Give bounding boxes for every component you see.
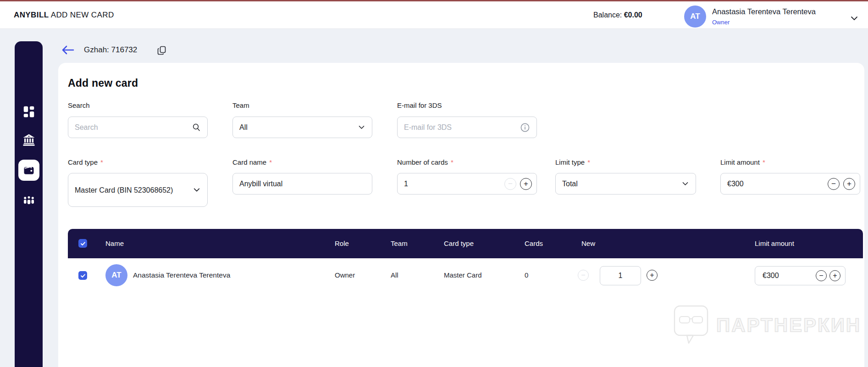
number-of-cards-field[interactable]: − +: [397, 173, 537, 195]
card-type-select[interactable]: Master Card (BIN 523068652): [68, 173, 208, 207]
watermark-logo-icon: [673, 305, 709, 346]
info-icon[interactable]: [520, 122, 530, 133]
sidebar-item-dashboard[interactable]: [15, 104, 43, 119]
back-button[interactable]: [60, 44, 75, 57]
plus-icon: +: [650, 272, 654, 279]
increase-cards-button[interactable]: +: [520, 178, 532, 190]
row-role: Owner: [335, 271, 355, 279]
team-select-value: All: [239, 123, 358, 132]
watermark-text: ПАРТНЕРКИН: [716, 314, 861, 336]
check-icon: [80, 273, 86, 278]
select-all-checkbox[interactable]: [78, 239, 87, 248]
row-limit-amount-field[interactable]: €300 − +: [755, 266, 846, 285]
row-increase-limit-button[interactable]: +: [829, 270, 840, 281]
row-new-input[interactable]: [600, 266, 641, 285]
decrease-limit-button[interactable]: −: [828, 178, 840, 190]
dashboard-icon: [22, 105, 36, 118]
search-label: Search: [68, 101, 90, 109]
brand: ANYBILL ADD NEW CARD: [14, 11, 114, 20]
limit-amount-field[interactable]: − +: [720, 173, 860, 195]
top-bar: ANYBILL ADD NEW CARD Balance: €0.00 AT A…: [0, 1, 868, 29]
user-name: Anastasia Terenteva Terenteva: [712, 7, 816, 16]
row-card-type: Master Card: [444, 271, 482, 279]
row-name: Anastasia Terenteva Terenteva: [133, 271, 230, 279]
balance-value: €0.00: [624, 11, 642, 19]
avatar-initials: AT: [690, 12, 700, 21]
check-icon: [80, 241, 86, 246]
limit-type-select[interactable]: Total: [555, 173, 696, 195]
brand-name: ANYBILL: [14, 11, 49, 19]
sidebar: [15, 41, 43, 367]
column-header-new: New: [581, 239, 595, 247]
column-header-cards: Cards: [525, 239, 543, 247]
card-name-label: Card name*: [232, 158, 272, 166]
chevron-down-icon: [358, 123, 365, 131]
team-icon: [22, 194, 36, 207]
email-3ds-field[interactable]: [397, 117, 537, 138]
user-role: Owner: [712, 19, 730, 26]
breadcrumb: Gzhah: 716732: [84, 45, 137, 55]
column-header-name: Name: [105, 239, 124, 247]
chevron-down-icon: [849, 13, 859, 23]
card-name-input[interactable]: [239, 180, 365, 188]
search-field[interactable]: [68, 117, 208, 138]
wallet-icon: [22, 164, 35, 177]
minus-icon: −: [508, 180, 513, 188]
table-header: Name Role Team Card type Cards New Limit…: [68, 229, 863, 258]
decrease-cards-button[interactable]: −: [504, 178, 516, 190]
brand-page: ADD NEW CARD: [49, 11, 114, 19]
limit-type-label: Limit type*: [555, 158, 590, 166]
email-3ds-input[interactable]: [404, 123, 520, 132]
limit-type-select-value: Total: [562, 180, 681, 188]
balance: Balance: €0.00: [593, 11, 642, 19]
sidebar-item-bank[interactable]: [15, 132, 43, 148]
plus-icon: +: [847, 180, 851, 188]
minus-icon: −: [831, 180, 836, 188]
plus-icon: +: [833, 272, 837, 279]
team-select[interactable]: All: [232, 117, 372, 138]
column-header-card-type: Card type: [444, 239, 474, 247]
copy-button[interactable]: [156, 45, 167, 58]
user-menu-button[interactable]: [849, 13, 859, 25]
row-avatar: AT: [105, 264, 127, 286]
plus-icon: +: [524, 180, 528, 188]
row-avatar-initials: AT: [111, 271, 121, 280]
column-header-limit-amount: Limit amount: [755, 239, 794, 247]
row-checkbox[interactable]: [78, 271, 87, 280]
row-cards: 0: [525, 271, 528, 279]
copy-icon: [156, 45, 167, 56]
team-label: Team: [232, 101, 249, 109]
column-header-team: Team: [391, 239, 408, 247]
minus-icon: −: [819, 272, 823, 279]
row-decrease-new-button[interactable]: −: [578, 270, 589, 281]
row-team: All: [391, 271, 398, 279]
page-title: Add new card: [68, 77, 138, 89]
minus-icon: −: [581, 272, 585, 279]
number-of-cards-input[interactable]: [404, 180, 504, 188]
balance-label: Balance:: [593, 11, 624, 19]
increase-limit-button[interactable]: +: [843, 178, 855, 190]
search-input[interactable]: [75, 123, 192, 132]
row-decrease-limit-button[interactable]: −: [816, 270, 827, 281]
card-name-field[interactable]: [232, 173, 372, 195]
app-screen: ANYBILL ADD NEW CARD Balance: €0.00 AT A…: [0, 0, 868, 367]
row-limit-amount-value: €300: [763, 272, 816, 280]
arrow-left-icon: [60, 44, 75, 56]
watermark: ПАРТНЕРКИН: [673, 305, 861, 346]
row-increase-new-button[interactable]: +: [647, 270, 658, 281]
search-icon: [192, 123, 201, 132]
card-type-select-value: Master Card (BIN 523068652): [75, 185, 193, 195]
limit-amount-label: Limit amount*: [720, 158, 765, 166]
column-header-role: Role: [335, 239, 349, 247]
sidebar-item-team[interactable]: [15, 193, 43, 208]
sidebar-item-cards-active[interactable]: [18, 160, 39, 181]
limit-amount-input[interactable]: [727, 180, 828, 188]
table-row: AT Anastasia Terenteva Terenteva Owner A…: [68, 258, 863, 293]
email-3ds-label: E-mail for 3DS: [397, 101, 442, 109]
chevron-down-icon: [193, 186, 201, 194]
number-of-cards-label: Number of cards*: [397, 158, 453, 166]
chevron-down-icon: [681, 180, 689, 188]
avatar[interactable]: AT: [684, 6, 706, 28]
bank-icon: [22, 133, 36, 147]
card-type-label: Card type*: [68, 158, 103, 166]
